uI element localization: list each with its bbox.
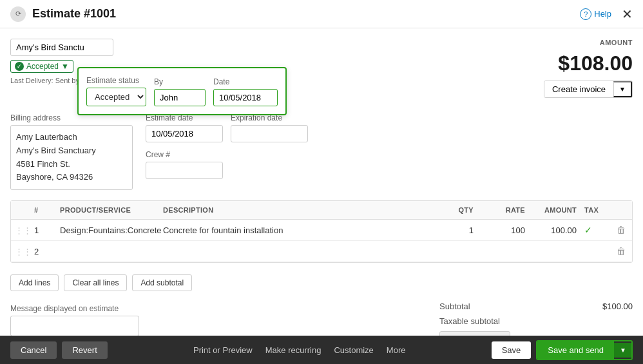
description-2	[159, 246, 426, 256]
help-icon: ?	[580, 8, 591, 20]
customer-input[interactable]	[10, 39, 113, 56]
th-num: #	[30, 201, 56, 219]
toolbar-left: Cancel Revert	[10, 341, 108, 359]
amount-value: $108.00	[558, 52, 633, 75]
th-drag	[11, 201, 30, 219]
popup-date-field: Date	[213, 77, 278, 106]
dates-section: Estimate date Expiration date Crew #	[146, 113, 308, 190]
dates-row: Estimate date Expiration date	[146, 113, 308, 142]
top-right: AMOUNT $108.00 Create invoice ▼	[544, 39, 633, 98]
expiration-date-input[interactable]	[231, 125, 308, 142]
clear-all-lines-button[interactable]: Clear all lines	[64, 274, 127, 291]
toolbar-right: Save Save and send ▼	[492, 340, 633, 360]
taxable-label: Taxable subtotal	[439, 316, 500, 326]
th-del	[613, 201, 632, 219]
more-link[interactable]: More	[387, 345, 406, 355]
top-row: ✓ Accepted ▼ Last Delivery: Sent by Esti…	[10, 39, 633, 98]
drag-handle-1[interactable]: ⋮⋮	[11, 220, 30, 240]
table-header: # PRODUCT/SERVICE DESCRIPTION QTY RATE A…	[11, 201, 632, 220]
crew-input[interactable]	[146, 162, 223, 179]
popup-by-field: By	[154, 77, 206, 106]
th-product: PRODUCT/SERVICE	[56, 201, 159, 219]
taxable-row: Taxable subtotal	[439, 314, 633, 329]
th-desc: DESCRIPTION	[159, 201, 426, 219]
save-button[interactable]: Save	[492, 341, 532, 359]
popup-status-label: Estimate status	[86, 76, 146, 85]
header-right: ? Help ✕	[580, 6, 633, 22]
table-actions: Add lines Clear all lines Add subtotal	[10, 269, 633, 296]
delete-row-1[interactable]: 🗑	[613, 220, 632, 240]
rate-1: 100	[477, 220, 529, 240]
popup-by-input[interactable]	[154, 89, 206, 106]
refresh-icon: ⟳	[10, 6, 26, 22]
amount-1: 100.00	[529, 220, 581, 240]
accepted-badge[interactable]: ✓ Accepted ▼	[10, 60, 73, 73]
form-section: Billing address Amy Lauterbach Amy's Bir…	[10, 108, 633, 190]
save-send-dropdown[interactable]: ▼	[614, 343, 631, 358]
cancel-button[interactable]: Cancel	[10, 341, 57, 359]
help-link[interactable]: ? Help	[580, 8, 611, 20]
qty-1: 1	[426, 220, 477, 240]
billing-line2: Amy's Bird Sanctuary	[16, 146, 96, 155]
tax-select[interactable]: California	[439, 331, 510, 336]
popup-date-input[interactable]	[213, 89, 278, 106]
make-recurring-link[interactable]: Make recurring	[265, 345, 322, 355]
popup-by-label: By	[154, 77, 206, 86]
close-button[interactable]: ✕	[622, 6, 633, 22]
crew-field: Crew #	[146, 150, 308, 179]
create-invoice-main-button[interactable]: Create invoice	[544, 81, 613, 97]
main-content: ✓ Accepted ▼ Last Delivery: Sent by Esti…	[0, 28, 643, 336]
crew-label: Crew #	[146, 150, 308, 159]
message-label: Message displayed on estimate	[10, 304, 139, 313]
expiration-date-field: Expiration date	[231, 113, 308, 142]
create-invoice-dropdown[interactable]: ▼	[613, 81, 632, 97]
create-invoice-button[interactable]: Create invoice ▼	[544, 81, 633, 98]
th-rate: RATE	[477, 201, 529, 219]
delete-row-2[interactable]: 🗑	[613, 241, 632, 262]
th-tax: TAX	[581, 201, 613, 219]
estimate-date-input[interactable]	[146, 125, 223, 142]
line-items-table: # PRODUCT/SERVICE DESCRIPTION QTY RATE A…	[10, 200, 633, 263]
description-1: Concrete for fountain installation	[159, 220, 426, 240]
popup-status-field: Estimate status Accepted Pending Rejecte…	[86, 76, 146, 106]
subtotal-value: $100.00	[602, 302, 633, 311]
add-subtotal-button[interactable]: Add subtotal	[132, 274, 192, 291]
add-lines-button[interactable]: Add lines	[10, 274, 59, 291]
qty-2	[426, 246, 477, 256]
tax-check-1[interactable]: ✓	[581, 220, 613, 240]
bottom-toolbar: Cancel Revert Print or Preview Make recu…	[0, 336, 643, 364]
status-chevron: ▼	[61, 62, 69, 71]
amount-label: AMOUNT	[600, 39, 633, 46]
status-popup: Estimate status Accepted Pending Rejecte…	[77, 67, 287, 115]
popup-date-label: Date	[213, 77, 278, 86]
subtotal-row: Subtotal $100.00	[439, 299, 633, 314]
tax-row: California 8%	[439, 329, 633, 336]
tax-check-2	[581, 246, 613, 256]
amount-2	[529, 246, 581, 256]
check-icon: ✓	[15, 62, 24, 71]
billing-section: Billing address Amy Lauterbach Amy's Bir…	[10, 113, 133, 190]
revert-button[interactable]: Revert	[62, 341, 107, 359]
rate-2	[477, 246, 529, 256]
popup-status-select[interactable]: Accepted Pending Rejected	[86, 88, 146, 106]
status-label: Accepted	[26, 62, 59, 71]
th-qty: QTY	[426, 201, 477, 219]
billing-line3: 4581 Finch St.	[16, 159, 70, 169]
table-row: ⋮⋮ 2 🗑	[11, 241, 632, 262]
billing-line1: Amy Lauterbach	[16, 132, 77, 142]
estimate-date-field: Estimate date	[146, 113, 223, 142]
save-send-button[interactable]: Save and send	[537, 341, 614, 359]
message-section: Message displayed on estimate	[10, 304, 139, 336]
product-2	[56, 246, 159, 256]
message-input[interactable]	[10, 316, 139, 336]
toolbar-center: Print or Preview Make recurring Customiz…	[193, 345, 406, 355]
save-send-group: Save and send ▼	[536, 340, 633, 360]
page-title: Estimate #1001	[32, 7, 116, 21]
drag-handle-2[interactable]: ⋮⋮	[11, 242, 30, 262]
help-label: Help	[594, 9, 611, 19]
row-num-1: 1	[30, 220, 56, 240]
billing-line4: Bayshore, CA 94326	[16, 172, 93, 182]
header-left: ⟳ Estimate #1001	[10, 6, 116, 22]
customize-link[interactable]: Customize	[334, 345, 373, 355]
print-preview-link[interactable]: Print or Preview	[193, 345, 253, 355]
